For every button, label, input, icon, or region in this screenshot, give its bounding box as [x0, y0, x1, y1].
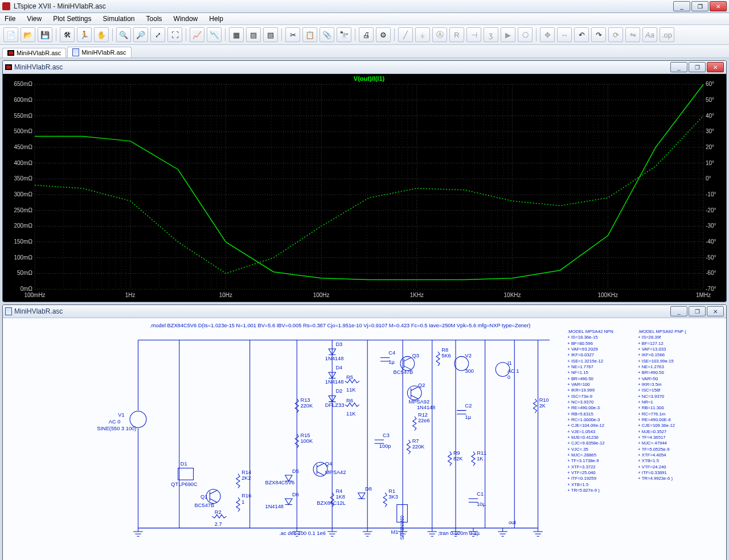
svg-text:BC547B: BC547B [394, 370, 413, 376]
zoom-area-icon[interactable]: ⤢ [150, 27, 165, 42]
new-schematic-button[interactable]: 📄 [3, 27, 18, 42]
save-button[interactable]: 💾 [38, 27, 52, 42]
schematic-close-button[interactable]: ✕ [707, 306, 724, 316]
svg-text:1K8: 1K8 [335, 495, 345, 500]
schematic-min-button[interactable]: _ [670, 306, 687, 316]
waveform-titlebar[interactable]: MiniHVlabR.asc _ ❐ ✕ [3, 61, 726, 74]
svg-text:+ CJE=109.36e-12: + CJE=109.36e-12 [638, 423, 675, 429]
tile-icon[interactable]: ▦ [229, 27, 244, 42]
pan-button[interactable]: ✋ [94, 27, 109, 42]
cascade-icon[interactable]: ▨ [246, 27, 261, 42]
waveform-max-button[interactable]: ❐ [689, 62, 706, 72]
svg-text:BZX84C12L: BZX84C12L [317, 500, 346, 506]
close-windows-icon[interactable]: ▧ [263, 27, 278, 42]
diode-icon[interactable]: ▶ [501, 27, 515, 42]
svg-text:1N4148: 1N4148 [325, 356, 344, 361]
schematic-canvas[interactable]: .model BZX84C5V6 D(Is=1.023e-15 N=1.001 … [3, 318, 726, 560]
ground-icon[interactable]: ⏚ [415, 27, 430, 42]
waveform-close-button[interactable]: ✕ [707, 62, 724, 72]
wire-icon[interactable]: ╱ [398, 27, 413, 42]
svg-text:-60°: -60° [706, 270, 716, 276]
svg-text:+ IS=18.36e-15: + IS=18.36e-15 [567, 335, 597, 340]
mirror-icon[interactable]: ⇋ [625, 27, 640, 42]
svg-text:AC 0: AC 0 [109, 419, 121, 425]
schematic-max-button[interactable]: ❐ [689, 306, 706, 316]
zoom-out-icon[interactable]: 🔎 [133, 27, 148, 42]
svg-text:1N4148: 1N4148 [417, 405, 436, 411]
zoom-in-icon[interactable]: 🔍 [116, 27, 131, 42]
waveform-min-button[interactable]: _ [670, 62, 687, 72]
minimize-button[interactable]: _ [673, 1, 690, 11]
pick-button[interactable]: 🛠 [60, 27, 75, 42]
zoom-fit-icon[interactable]: ⛶ [167, 27, 182, 42]
waveform-window-icon [5, 64, 12, 70]
menu-plotsettings[interactable]: Plot Settings [51, 14, 93, 24]
svg-text:+ RB=11.300: + RB=11.300 [638, 406, 664, 411]
svg-text:3K3: 3K3 [388, 495, 398, 500]
paste-icon[interactable]: 📎 [320, 27, 334, 42]
svg-text:+ ISC=73e-9: + ISC=73e-9 [567, 394, 592, 399]
cap-icon[interactable]: ⊣ [466, 27, 481, 42]
spice-dir-icon[interactable]: .op [660, 27, 674, 42]
waveform-plot[interactable]: 650mΩ60°600mΩ50°550mΩ40°500mΩ30°450mΩ20°… [3, 74, 726, 302]
svg-text:300: 300 [465, 369, 474, 374]
open-button[interactable]: 📂 [21, 27, 35, 42]
svg-text:-70°: -70° [706, 286, 716, 292]
rotate-icon[interactable]: ⟳ [608, 27, 623, 42]
tab-waveform[interactable]: MiniHVlabR.asc [2, 48, 66, 57]
label-icon[interactable]: Ⓐ [432, 27, 447, 42]
svg-text:10KHz: 10KHz [504, 292, 521, 298]
tab-schematic[interactable]: MiniHVlabR.asc [67, 47, 131, 57]
cut-icon[interactable]: ✂ [285, 27, 300, 42]
svg-line-165 [411, 396, 418, 399]
add-trace-icon[interactable]: 📉 [207, 27, 222, 42]
svg-text:+ VAF=93.2029: + VAF=93.2029 [567, 347, 598, 352]
svg-text:2K: 2K [539, 403, 546, 409]
svg-text:D3: D3 [335, 341, 342, 347]
component-icon[interactable]: ⎔ [518, 27, 533, 42]
svg-text:+ VJE=1.0543: + VJE=1.0543 [567, 429, 595, 434]
svg-text:+ RB=5.8315: + RB=5.8315 [567, 411, 593, 417]
svg-text:0mΩ: 0mΩ [21, 286, 33, 292]
text-icon[interactable]: Aa [642, 27, 657, 42]
svg-text:C1: C1 [477, 491, 484, 497]
svg-text:R12: R12 [418, 412, 428, 418]
menu-window[interactable]: Window [171, 14, 200, 24]
drag-icon[interactable]: ↔ [557, 27, 572, 42]
schematic-window: MiniHVlabR.asc _ ❐ ✕ .model BZX84C5V6 D(… [2, 304, 727, 560]
menu-tools[interactable]: Tools [144, 14, 165, 24]
inductor-icon[interactable]: ʒ [484, 27, 498, 42]
redo-icon[interactable]: ↷ [591, 27, 606, 42]
print-setup-icon[interactable]: ⚙ [376, 27, 391, 42]
svg-text:+ CJC=9.8358e-12: + CJC=9.8358e-12 [567, 441, 604, 446]
svg-text:60°: 60° [706, 81, 714, 87]
svg-text:R7: R7 [412, 439, 419, 444]
svg-text:10Hz: 10Hz [219, 292, 232, 298]
print-icon[interactable]: 🖨 [359, 27, 374, 42]
menu-file[interactable]: File [2, 14, 18, 24]
move-icon[interactable]: ✥ [540, 27, 555, 42]
svg-text:R2: R2 [215, 509, 222, 515]
menu-simulation[interactable]: Simulation [101, 14, 137, 24]
waveform-tab-icon [7, 50, 14, 56]
svg-text:1Hz: 1Hz [125, 292, 136, 298]
svg-text:+ TR=5.827e-9 ): + TR=5.827e-9 ) [567, 488, 600, 493]
svg-text:R8: R8 [441, 347, 448, 353]
tab-label: MiniHVlabR.asc [17, 50, 61, 56]
resistor-icon[interactable]: R [449, 27, 464, 42]
menu-view[interactable]: View [24, 14, 44, 24]
close-button[interactable]: ✕ [710, 1, 727, 11]
schematic-tab-icon [72, 48, 79, 56]
menu-help[interactable]: Help [207, 14, 226, 24]
schematic-titlebar[interactable]: MiniHVlabR.asc _ ❐ ✕ [3, 305, 726, 318]
svg-point-205 [206, 489, 220, 504]
svg-text:11K: 11K [346, 388, 356, 393]
svg-text:100mHz: 100mHz [24, 292, 45, 298]
run-button[interactable]: 🏃 [77, 27, 92, 42]
maximize-button[interactable]: ❐ [691, 1, 708, 11]
find-icon[interactable]: 🔭 [337, 27, 351, 42]
copy-icon[interactable]: 📋 [302, 27, 317, 42]
undo-icon[interactable]: ↶ [574, 27, 589, 42]
autorange-icon[interactable]: 📈 [190, 27, 204, 42]
svg-text:BZX84C5V6: BZX84C5V6 [265, 480, 295, 486]
